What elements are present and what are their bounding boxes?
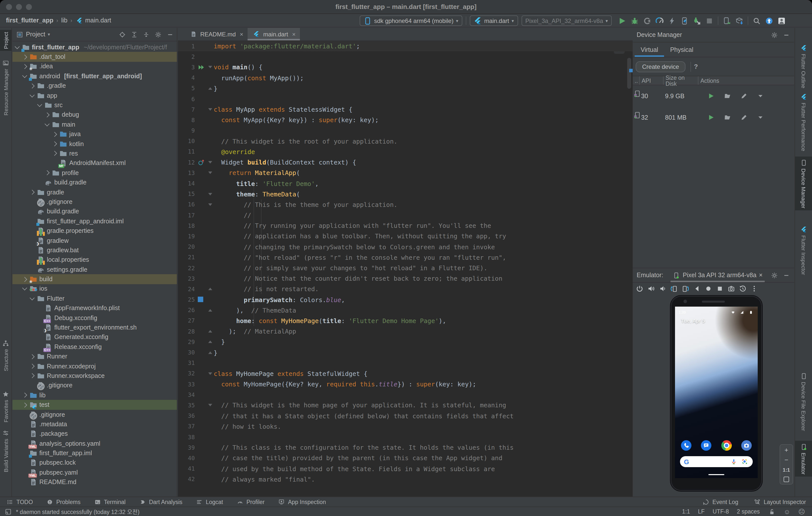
breadcrumb-item[interactable]: main.dart	[75, 17, 111, 24]
tool-stripe-structure[interactable]: Structure	[0, 337, 11, 373]
toolwindow-button-logcat[interactable]: Logcat	[195, 498, 223, 506]
overview-button[interactable]	[716, 285, 724, 293]
hide-panel-icon[interactable]	[782, 31, 790, 39]
code-line[interactable]: 4 runApp(const MyApp());	[178, 73, 633, 83]
code-line[interactable]: 29 }	[178, 337, 633, 347]
tree-item[interactable]: lib	[12, 390, 177, 400]
more-actions-dropdown[interactable]	[756, 113, 764, 121]
code-line[interactable]: 25 primarySwatch: Colors.blue,	[178, 294, 633, 305]
code-line[interactable]: 42 // always marked "final".	[178, 474, 633, 484]
tool-window-switcher-icon[interactable]	[4, 508, 12, 516]
code-line[interactable]: 23 // Notice that the counter didn't res…	[178, 273, 633, 284]
tree-item[interactable]: settings.gradle	[12, 265, 177, 274]
mic-icon[interactable]	[730, 458, 738, 466]
volume-down-button[interactable]	[659, 285, 667, 293]
launch-device-button[interactable]	[707, 113, 715, 121]
run-button[interactable]	[618, 17, 626, 25]
updates-button[interactable]	[765, 17, 773, 25]
color-swatch-gutter[interactable]	[197, 296, 207, 304]
fold-marker[interactable]	[207, 87, 214, 90]
profile-app-button[interactable]	[643, 17, 651, 25]
device-manager-tab-physical[interactable]: Physical	[664, 43, 699, 57]
chevron-icon[interactable]	[45, 112, 50, 117]
gear-icon[interactable]	[770, 31, 778, 39]
tree-item[interactable]: res	[12, 149, 177, 159]
editor-tab-README-md[interactable]: README.md×	[185, 28, 248, 40]
fold-marker[interactable]	[207, 193, 214, 195]
chevron-icon[interactable]	[52, 141, 57, 146]
code-line[interactable]: 36 // that it has a State object (define…	[178, 411, 633, 421]
project-panel-title[interactable]: Project	[26, 31, 45, 38]
code-line[interactable]: 7class MyApp extends StatelessWidget {	[178, 104, 633, 115]
tree-item[interactable]: Runner.xcodeproj	[12, 361, 177, 371]
tree-item[interactable]: main	[12, 120, 177, 129]
tree-item[interactable]: android[first_flutter_app_android]	[12, 71, 177, 81]
tree-item[interactable]: src	[12, 101, 177, 110]
flutter-hot-restart-button[interactable]	[680, 17, 689, 25]
code-line[interactable]: 31	[178, 358, 633, 368]
device-manager-tab-virtual[interactable]: Virtual	[635, 43, 664, 57]
code-line[interactable]: 9	[178, 126, 633, 136]
tree-item[interactable]: debug	[12, 110, 177, 120]
code-line[interactable]: 35 // This widget is the home page of yo…	[178, 400, 633, 411]
sad-face-icon[interactable]: ☹	[798, 508, 805, 515]
tree-item[interactable]: kotlin	[12, 139, 177, 149]
code-line[interactable]: 37 // how it looks.	[178, 421, 633, 432]
code-line[interactable]: 3void main() {	[178, 62, 633, 73]
volume-up-button[interactable]	[647, 285, 655, 293]
chevron-icon[interactable]	[52, 151, 57, 156]
zoom-reset-button[interactable]: 1:1	[783, 467, 790, 473]
open-folder-button[interactable]	[723, 92, 731, 100]
code-line[interactable]: 19 // application has a blue toolbar. Th…	[178, 231, 633, 242]
fit-to-window-button[interactable]	[784, 477, 789, 482]
indent-widget[interactable]: 2 spaces	[737, 509, 760, 515]
zoom-window-button[interactable]	[26, 4, 32, 10]
profiler-button[interactable]	[656, 17, 664, 25]
device-manager-button[interactable]	[723, 17, 731, 25]
chevron-icon[interactable]	[22, 64, 27, 69]
profile-avatar[interactable]	[778, 17, 786, 25]
line-separator-widget[interactable]: LF	[698, 509, 705, 515]
code-line[interactable]: 20 // changing the primarySwatch below t…	[178, 242, 633, 252]
edit-device-button[interactable]	[740, 92, 748, 100]
table-column-header[interactable]: ..	[633, 76, 639, 85]
google-lens-icon[interactable]	[741, 458, 749, 466]
fold-marker[interactable]	[207, 66, 214, 69]
phone-screen[interactable]: 1:39 Tue, Apr 5 G	[675, 307, 758, 478]
toolwindow-button-app-inspection[interactable]: App Inspection	[278, 498, 326, 506]
tree-item[interactable]: .metadata	[12, 419, 177, 429]
tree-item[interactable]: ❯gradlew	[12, 236, 177, 246]
help-button[interactable]: ?	[691, 61, 701, 72]
code-line[interactable]: 5}	[178, 83, 633, 94]
rotate-cw-button[interactable]	[682, 285, 690, 293]
chevron-icon[interactable]	[45, 170, 50, 175]
table-column-header[interactable]: Size on Disk	[663, 76, 698, 85]
tool-stripe-favorites[interactable]: Favorites	[0, 388, 11, 425]
code-line[interactable]: 13 return MaterialApp(	[178, 168, 633, 178]
code-line[interactable]: 22 // or simply save your changes to "ho…	[178, 263, 633, 273]
rotate-ccw-button[interactable]	[670, 285, 678, 293]
code-line[interactable]: 18 // Try running your application with …	[178, 220, 633, 231]
run-gutter-icon[interactable]	[197, 63, 207, 71]
open-folder-button[interactable]	[723, 113, 731, 121]
fold-marker[interactable]	[207, 309, 214, 311]
code-line[interactable]: 8 const MyApp({Key? key}) : super(key: k…	[178, 115, 633, 126]
phone-app-icon[interactable]	[681, 440, 691, 451]
tree-item[interactable]: .gitignore	[12, 410, 177, 419]
editor-tab-main-dart[interactable]: main.dart×	[248, 28, 300, 40]
tree-item[interactable]: Runner.xcworkspace	[12, 371, 177, 381]
messages-app-icon[interactable]	[701, 440, 712, 451]
zoom-out-button[interactable]: −	[784, 457, 788, 464]
toolwindow-button-event-log[interactable]: Event Log	[702, 498, 738, 506]
toolwindow-button-dart-analysis[interactable]: Dart Analysis	[139, 498, 182, 506]
fold-marker[interactable]	[207, 203, 214, 206]
toolwindow-button-profiler[interactable]: Profiler	[236, 498, 264, 506]
tree-item[interactable]: pubspec.lock	[12, 458, 177, 468]
override-gutter-icon[interactable]	[197, 158, 207, 166]
edit-device-button[interactable]	[740, 113, 748, 121]
tree-item[interactable]: .gitignore	[12, 381, 177, 390]
google-search-bar[interactable]: G	[680, 456, 753, 467]
attach-debugger-button[interactable]	[693, 17, 701, 25]
fold-marker[interactable]	[207, 172, 214, 174]
stop-button[interactable]	[705, 17, 713, 25]
